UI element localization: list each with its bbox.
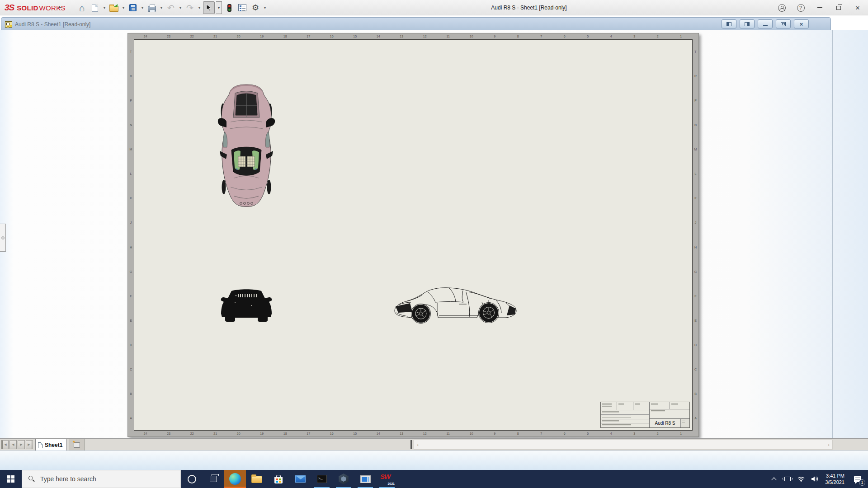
taskbar-app-edge[interactable]: [224, 470, 246, 488]
redo-caret[interactable]: ▾: [197, 6, 202, 10]
rebuild-button[interactable]: [223, 1, 235, 14]
select-tool-button[interactable]: [203, 1, 215, 14]
taskbar-clock[interactable]: 3:41 PM 3/5/2021: [822, 473, 847, 485]
mail-icon: [295, 475, 306, 483]
open-caret[interactable]: ▾: [121, 6, 126, 10]
collapse-right-pane-button[interactable]: [740, 19, 755, 28]
scroll-left-arrow[interactable]: ‹: [414, 440, 421, 449]
first-sheet-button[interactable]: ◀: [1, 440, 9, 449]
save-button[interactable]: [127, 1, 139, 14]
taskbar-app-mail[interactable]: [289, 470, 311, 488]
undo-caret[interactable]: ▾: [178, 6, 183, 10]
file-properties-button[interactable]: [236, 1, 248, 14]
cortana-icon: [188, 475, 196, 483]
sheet-page-icon: [38, 442, 43, 448]
tray-volume-button[interactable]: [809, 470, 821, 488]
sheet-tab-bar: ◀ ◀ ▶ ▶ Sheet1 ‹ ›: [0, 438, 868, 450]
clock-date: 3/5/2021: [825, 479, 844, 485]
open-button[interactable]: [108, 1, 120, 14]
terminal-icon: >_: [317, 475, 327, 483]
open-folder-icon: [109, 6, 118, 12]
print-caret[interactable]: ▾: [159, 6, 164, 10]
tray-chevron-button[interactable]: [768, 470, 780, 488]
taskbar-app-store[interactable]: [268, 470, 289, 488]
menu-flyout-arrow-icon[interactable]: ▸: [59, 4, 61, 10]
last-sheet-button[interactable]: ▶: [26, 440, 33, 449]
new-document-caret[interactable]: ▾: [102, 6, 107, 10]
taskbar-app-terminal[interactable]: >_: [311, 470, 333, 488]
collapse-left-pane-button[interactable]: [722, 19, 736, 28]
screen: 3S SOLIDWORKS ▸ ⌂ ▾ ▾ ▾ ▾ ↶ ▾ ↷ ▾ ▾ ⚙ ▾: [0, 0, 868, 488]
feature-manager-collapsed-tab[interactable]: [0, 224, 6, 252]
title-block-right: Audi R8 S: [650, 402, 689, 427]
hexagon-app-icon: [338, 474, 349, 484]
horizontal-scrollbar[interactable]: ‹ ›: [414, 440, 833, 450]
drawing-sheet[interactable]: 242322212019181716151413121110987654321 …: [127, 33, 699, 437]
drawing-view-side[interactable]: [393, 286, 519, 324]
taskbar-app-photos[interactable]: [354, 470, 376, 488]
tray-wifi-button[interactable]: [795, 470, 807, 488]
start-button[interactable]: [0, 470, 22, 488]
tray-device-button[interactable]: [782, 470, 793, 488]
taskbar-app-solidworks[interactable]: SW2021: [376, 470, 398, 488]
taskbar-app-hexagon[interactable]: [333, 470, 354, 488]
search-input[interactable]: [39, 475, 166, 483]
options-caret[interactable]: ▾: [263, 6, 267, 10]
doc-minimize-button[interactable]: [758, 19, 773, 28]
solidworks-logo: 3S SOLIDWORKS: [5, 3, 66, 13]
next-sheet-button[interactable]: ▶: [18, 440, 25, 449]
pane-splitter-handle[interactable]: [410, 440, 412, 449]
gear-icon: ⚙: [252, 4, 259, 12]
sheet-paper[interactable]: Audi R8 S: [134, 39, 693, 431]
window-title: Audi R8 S - Sheet1 [Read-only]: [491, 0, 566, 15]
taskbar-search[interactable]: [22, 470, 181, 488]
photos-icon: [360, 475, 371, 483]
previous-sheet-button[interactable]: ◀: [9, 440, 17, 449]
title-block-left: [601, 402, 650, 427]
document-titlebar: Audi R8 S - Sheet1 [Read-only] ×: [1, 17, 831, 30]
minimize-button[interactable]: [812, 1, 827, 14]
doc-restore-icon: [781, 22, 786, 26]
status-bar: [0, 450, 868, 470]
doc-restore-button[interactable]: [776, 19, 791, 28]
cortana-button[interactable]: [181, 470, 203, 488]
help-icon: ?: [797, 4, 805, 12]
store-icon: [274, 477, 283, 483]
save-caret[interactable]: ▾: [140, 6, 145, 10]
home-button[interactable]: ⌂: [76, 1, 88, 14]
task-view-button[interactable]: [203, 470, 224, 488]
taskbar-app-file-explorer[interactable]: [246, 470, 268, 488]
tab-sheet1[interactable]: Sheet1: [35, 439, 67, 451]
select-cursor-icon: [206, 4, 212, 12]
document-title-group: Audi R8 S - Sheet1 [Read-only]: [5, 18, 90, 31]
help-button[interactable]: ?: [793, 1, 808, 14]
speaker-icon: [811, 476, 818, 482]
close-button[interactable]: ×: [850, 1, 865, 14]
clock-time: 3:41 PM: [826, 473, 844, 479]
account-icon: [778, 4, 786, 12]
system-tray: 3:41 PM 3/5/2021 1: [768, 470, 868, 488]
restore-icon: [836, 6, 841, 10]
notification-badge: 1: [859, 479, 865, 486]
account-button[interactable]: [774, 1, 789, 14]
new-document-button[interactable]: [89, 1, 101, 14]
minimize-icon: [817, 7, 822, 8]
zone-ruler-right: TRPNMLKJHGFEDCBA: [693, 39, 698, 431]
select-tool-caret[interactable]: ▾: [216, 1, 222, 14]
scrollbar-track[interactable]: [421, 440, 825, 449]
action-center-button[interactable]: 1: [849, 470, 866, 488]
print-button[interactable]: [146, 1, 158, 14]
graphics-area[interactable]: 242322212019181716151413121110987654321 …: [0, 30, 868, 438]
undo-button[interactable]: ↶: [165, 1, 177, 14]
chevron-up-icon: [772, 477, 777, 482]
redo-button[interactable]: ↷: [184, 1, 196, 14]
title-block-rev-cell: [680, 419, 689, 427]
drawing-view-front[interactable]: [218, 287, 275, 324]
doc-close-button[interactable]: ×: [794, 19, 809, 28]
options-button[interactable]: ⚙: [250, 1, 261, 14]
add-sheet-tab[interactable]: [69, 439, 85, 451]
search-icon: [28, 476, 35, 482]
scroll-right-arrow[interactable]: ›: [825, 440, 832, 449]
drawing-view-top[interactable]: [217, 83, 276, 208]
restore-button[interactable]: [831, 1, 846, 14]
